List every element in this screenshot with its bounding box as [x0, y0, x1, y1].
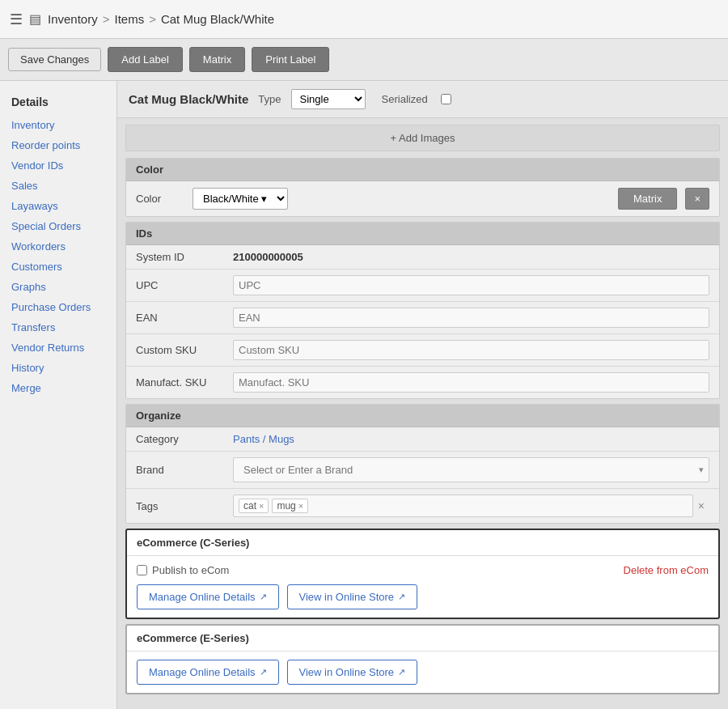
delete-from-ecom-link[interactable]: Delete from eCom	[624, 564, 709, 576]
breadcrumb-inventory[interactable]: Inventory	[48, 12, 98, 26]
manage-online-details-eseries-button[interactable]: Manage Online Details ↗	[137, 660, 279, 685]
sidebar-item-workorders[interactable]: Workorders	[0, 236, 116, 257]
external-link-icon-manage-eseries: ↗	[260, 667, 267, 677]
manage-online-details-eseries-label: Manage Online Details	[149, 666, 256, 678]
brand-dropdown-icon: ▾	[699, 465, 704, 475]
view-in-online-store-eseries-button[interactable]: View in Online Store ↗	[287, 660, 418, 685]
ids-panel-header: IDs	[126, 223, 719, 245]
view-in-online-store-cseries-label: View in Online Store	[299, 591, 395, 603]
breadcrumb-current: Cat Mug Black/White	[161, 12, 274, 26]
main-layout: Details Inventory Reorder points Vendor …	[0, 81, 728, 709]
sidebar-item-inventory[interactable]: Inventory	[0, 115, 116, 135]
manage-online-details-cseries-button[interactable]: Manage Online Details ↗	[137, 584, 279, 609]
brand-row: Brand ▾	[126, 452, 719, 489]
tags-label: Tags	[136, 500, 233, 512]
system-id-value: 210000000005	[233, 251, 709, 263]
tags-clear-button[interactable]: ×	[693, 499, 709, 512]
category-value[interactable]: Pants / Mugs	[233, 433, 709, 445]
sidebar-item-reorder-points[interactable]: Reorder points	[0, 135, 116, 155]
manufact-sku-input[interactable]	[233, 372, 709, 393]
tags-row: Tags cat × mug × ×	[126, 489, 719, 523]
ecom-cseries-buttons: Manage Online Details ↗ View in Online S…	[137, 584, 709, 609]
system-id-label: System ID	[136, 251, 233, 263]
ids-panel: IDs System ID 210000000005 UPC EAN	[125, 222, 720, 399]
organize-panel-header: Organize	[126, 405, 719, 427]
tag-mug-remove[interactable]: ×	[298, 501, 303, 511]
ean-input[interactable]	[233, 308, 709, 328]
sidebar-section-details: Details	[0, 91, 116, 115]
organize-panel: Organize Category Pants / Mugs Brand ▾ T…	[125, 404, 720, 524]
custom-sku-input[interactable]	[233, 340, 709, 360]
external-link-icon-view-cseries: ↗	[398, 592, 405, 602]
sidebar-item-history[interactable]: History	[0, 358, 116, 378]
color-row: Color Black/White ▾ Red Blue Matrix ×	[126, 181, 719, 216]
sidebar: Details Inventory Reorder points Vendor …	[0, 81, 117, 709]
sidebar-item-layaways[interactable]: Layaways	[0, 196, 116, 216]
upc-row: UPC	[126, 270, 719, 302]
publish-left: Publish to eCom	[137, 564, 229, 576]
sidebar-item-customers[interactable]: Customers	[0, 257, 116, 277]
sidebar-item-vendor-returns[interactable]: Vendor Returns	[0, 338, 116, 358]
item-header: Cat Mug Black/White Type Single Matrix S…	[117, 81, 728, 118]
brand-input[interactable]	[239, 461, 699, 479]
custom-sku-label: Custom SKU	[136, 344, 233, 356]
ean-value	[233, 308, 709, 328]
save-changes-button[interactable]: Save Changes	[8, 48, 101, 71]
tag-cat-label: cat	[243, 500, 256, 512]
add-label-button[interactable]: Add Label	[108, 47, 183, 72]
sidebar-item-graphs[interactable]: Graphs	[0, 277, 116, 297]
color-select[interactable]: Black/White ▾ Red Blue	[193, 188, 288, 210]
manage-online-details-cseries-label: Manage Online Details	[149, 591, 256, 603]
sidebar-item-merge[interactable]: Merge	[0, 378, 116, 398]
sidebar-item-sales[interactable]: Sales	[0, 176, 116, 196]
custom-sku-value	[233, 340, 709, 360]
manufact-sku-value	[233, 372, 709, 393]
sidebar-item-transfers[interactable]: Transfers	[0, 317, 116, 338]
list-icon: ▤	[29, 11, 41, 27]
ecom-eseries-body: Manage Online Details ↗ View in Online S…	[127, 652, 718, 693]
color-label: Color	[136, 193, 184, 205]
color-remove-button[interactable]: ×	[685, 188, 709, 210]
upc-label: UPC	[136, 279, 233, 291]
custom-sku-row: Custom SKU	[126, 334, 719, 367]
category-row: Category Pants / Mugs	[126, 427, 719, 452]
publish-label: Publish to eCom	[152, 564, 229, 576]
ecom-eseries-header: eCommerce (E-Series)	[127, 626, 718, 652]
breadcrumb-sep2: >	[149, 12, 156, 26]
matrix-button[interactable]: Matrix	[189, 47, 245, 72]
type-select[interactable]: Single Matrix Serialized	[291, 89, 366, 109]
tag-mug: mug ×	[272, 499, 308, 513]
top-bar: ☰ ▤ Inventory > Items > Cat Mug Black/Wh…	[0, 0, 728, 39]
tag-cat: cat ×	[239, 499, 269, 513]
ecom-cseries-header: eCommerce (C-Series)	[127, 530, 718, 556]
publish-row: Publish to eCom Delete from eCom	[137, 564, 709, 576]
sidebar-item-special-orders[interactable]: Special Orders	[0, 216, 116, 236]
publish-checkbox[interactable]	[137, 565, 147, 575]
tag-mug-label: mug	[277, 500, 295, 512]
color-matrix-button[interactable]: Matrix	[618, 188, 677, 210]
tags-container[interactable]: cat × mug ×	[233, 495, 693, 517]
upc-value	[233, 275, 709, 295]
sidebar-item-purchase-orders[interactable]: Purchase Orders	[0, 297, 116, 317]
item-title: Cat Mug Black/White	[129, 92, 248, 106]
manufact-sku-label: Manufact. SKU	[136, 376, 233, 388]
breadcrumb-sep1: >	[103, 12, 110, 26]
print-label-button[interactable]: Print Label	[252, 47, 329, 72]
ecom-eseries-panel: eCommerce (E-Series) Manage Online Detai…	[125, 624, 720, 694]
system-id-row: System ID 210000000005	[126, 245, 719, 270]
ecom-eseries-buttons: Manage Online Details ↗ View in Online S…	[137, 660, 709, 685]
serialized-checkbox[interactable]	[441, 94, 451, 104]
brand-label: Brand	[136, 464, 233, 476]
sidebar-item-vendor-ids[interactable]: Vendor IDs	[0, 155, 116, 176]
add-images-bar[interactable]: + Add Images	[125, 125, 720, 151]
hamburger-icon[interactable]: ☰	[10, 11, 23, 28]
breadcrumb-items[interactable]: Items	[114, 12, 144, 26]
breadcrumb: Inventory > Items > Cat Mug Black/White	[48, 12, 274, 26]
ean-row: EAN	[126, 302, 719, 334]
tag-cat-remove[interactable]: ×	[259, 501, 264, 511]
upc-input[interactable]	[233, 275, 709, 295]
brand-value: ▾	[233, 457, 709, 482]
view-in-online-store-cseries-button[interactable]: View in Online Store ↗	[287, 584, 418, 609]
external-link-icon-manage-cseries: ↗	[260, 592, 267, 602]
manufact-sku-row: Manufact. SKU	[126, 367, 719, 398]
